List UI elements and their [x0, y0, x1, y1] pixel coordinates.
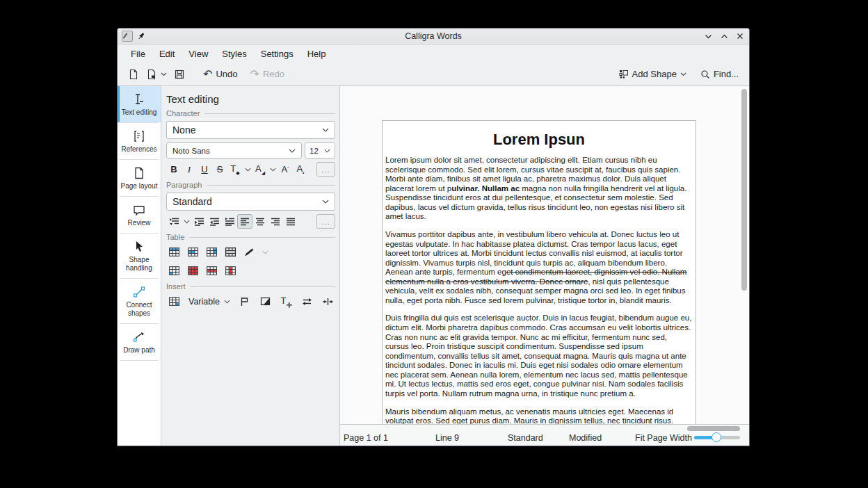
decrease-indent-button[interactable]: [207, 214, 222, 229]
bold-button[interactable]: B: [166, 162, 182, 177]
connect-shapes-icon: [132, 285, 146, 299]
document-canvas[interactable]: Lorem Ipsun Lorem ipsum dolor sit amet, …: [340, 86, 749, 424]
insert-page-break-button[interactable]: [300, 294, 315, 309]
table-style-chevron-icon[interactable]: [260, 245, 270, 259]
list-format-button[interactable]: [166, 214, 182, 229]
align-justify-icon: [286, 218, 296, 226]
sidebar-item-draw-path[interactable]: Draw path: [118, 324, 161, 360]
align-left-button[interactable]: [237, 214, 252, 229]
first-line-indent-button[interactable]: [222, 214, 237, 229]
redo-button[interactable]: ↷ Redo: [246, 66, 287, 82]
add-shape-button[interactable]: Add Shape: [616, 66, 690, 82]
minimize-button[interactable]: [703, 31, 713, 41]
document-view: Lorem Ipsun Lorem ipsum dolor sit amet, …: [340, 86, 749, 446]
status-zoom-mode[interactable]: Fit Page Width: [635, 433, 692, 443]
insert-text-button[interactable]: T➕: [279, 294, 294, 309]
strikethrough-button[interactable]: S: [212, 162, 227, 177]
italic-button[interactable]: I: [182, 162, 197, 177]
menu-settings[interactable]: Settings: [255, 47, 300, 61]
zoom-slider[interactable]: [694, 436, 740, 439]
draw-path-icon: [132, 330, 146, 344]
delete-column-button[interactable]: [223, 263, 238, 278]
menu-file[interactable]: File: [124, 47, 152, 61]
sidebar-item-review[interactable]: Review: [118, 197, 161, 233]
open-recent-chevron-icon[interactable]: [161, 72, 167, 76]
insert-row-button[interactable]: [185, 245, 200, 259]
horizontal-scrollbar-thumb[interactable]: [687, 426, 740, 431]
menu-help[interactable]: Help: [301, 47, 332, 61]
align-right-button[interactable]: [268, 214, 283, 229]
maximize-button[interactable]: [719, 31, 729, 41]
find-button[interactable]: Find...: [697, 66, 742, 82]
list-format-chevron-icon[interactable]: [182, 214, 191, 229]
align-justify-button[interactable]: [283, 214, 298, 229]
edit-table-style-button[interactable]: [241, 245, 257, 259]
align-center-icon: [255, 218, 265, 226]
insert-table-variable-button[interactable]: [166, 294, 182, 309]
sidebar-item-page-layout[interactable]: Page layout: [118, 160, 161, 196]
paragraph-style-combo[interactable]: Standard: [166, 193, 335, 211]
paragraph-more-button[interactable]: ...: [316, 214, 335, 229]
insert-index-button[interactable]: [321, 294, 336, 309]
font-family-combo[interactable]: Noto Sans: [166, 143, 302, 158]
superscript-button[interactable]: A◦: [278, 162, 293, 177]
text-color-chevron-icon[interactable]: [243, 162, 252, 177]
tool-options-panel: Text editing Character None Noto Sans 12: [161, 86, 340, 446]
vertical-scrollbar-thumb[interactable]: [741, 89, 747, 291]
add-shape-icon: [619, 70, 629, 79]
decrease-indent-icon: [209, 218, 220, 226]
calligra-words-window: Calligra Words File Edit View Styles Set…: [117, 28, 750, 446]
split-cells-icon: [168, 266, 180, 276]
sidebar-item-shape-handling[interactable]: Shape handling: [118, 234, 161, 278]
variable-combo[interactable]: Variable: [187, 295, 232, 308]
insert-frame-button[interactable]: [258, 294, 273, 309]
sidebar-item-connect-shapes[interactable]: Connect shapes: [118, 279, 161, 323]
character-more-button[interactable]: ...: [316, 162, 335, 177]
insert-table-icon: [168, 247, 180, 257]
delete-table-button[interactable]: [185, 263, 200, 278]
zoom-slider-handle[interactable]: [712, 432, 721, 442]
chevron-down-icon: [322, 200, 329, 204]
highlight-color-chevron-icon[interactable]: [268, 162, 278, 177]
add-shape-label: Add Shape: [632, 69, 677, 79]
list-icon: [169, 218, 179, 226]
chevron-down-icon: [224, 300, 230, 304]
delete-row-button[interactable]: [204, 263, 219, 278]
insert-column-icon: [206, 247, 218, 257]
font-size-combo[interactable]: 12: [305, 143, 335, 158]
sidebar-item-references[interactable]: References: [118, 123, 161, 159]
frame-icon: [260, 297, 271, 306]
section-paragraph: Paragraph: [166, 181, 202, 189]
split-arrows-icon: [323, 298, 333, 306]
save-button[interactable]: [170, 66, 188, 83]
text-color-button[interactable]: T◆: [227, 162, 243, 177]
character-style-combo[interactable]: None: [166, 121, 335, 139]
paragraph: Duis fringilla dui quis est scelerisque …: [385, 314, 693, 398]
close-button[interactable]: [735, 31, 745, 41]
panel-title: Text editing: [166, 93, 335, 105]
add-shape-chevron-icon: [680, 72, 686, 76]
align-center-button[interactable]: [252, 214, 268, 229]
undo-button[interactable]: ↶ Undo: [200, 66, 241, 82]
merge-cells-button[interactable]: [223, 245, 238, 259]
underline-button[interactable]: U: [197, 162, 212, 177]
menu-styles[interactable]: Styles: [216, 47, 252, 61]
status-style[interactable]: Standard: [508, 433, 543, 443]
menu-view[interactable]: View: [182, 47, 214, 61]
menubar: File Edit View Styles Settings Help: [118, 44, 749, 63]
vertical-scrollbar[interactable]: [741, 88, 748, 422]
insert-column-button[interactable]: [204, 245, 219, 259]
subscript-button[interactable]: A•: [293, 162, 308, 177]
menu-edit[interactable]: Edit: [153, 47, 181, 61]
insert-bookmark-button[interactable]: [237, 294, 252, 309]
sidebar-item-text-editing[interactable]: Text editing: [118, 86, 161, 122]
new-document-button[interactable]: [124, 66, 143, 83]
window-title: Calligra Words: [118, 31, 749, 41]
open-document-button[interactable]: [143, 66, 170, 83]
split-cells-button[interactable]: [166, 263, 182, 278]
increase-indent-button[interactable]: [191, 214, 207, 229]
titlebar: Calligra Words: [118, 29, 749, 44]
insert-table-button[interactable]: [166, 245, 182, 259]
document-page[interactable]: Lorem Ipsun Lorem ipsum dolor sit amet, …: [382, 120, 696, 424]
highlight-color-button[interactable]: A◢: [252, 162, 268, 177]
